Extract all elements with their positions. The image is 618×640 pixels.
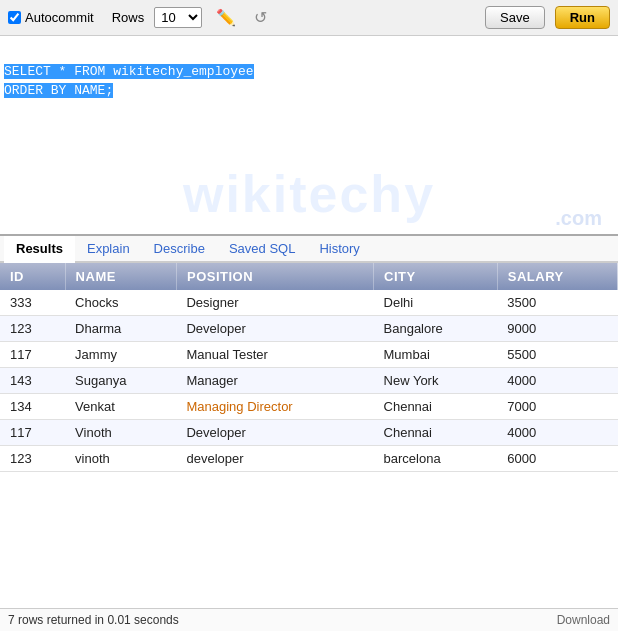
cell-city: New York (374, 368, 498, 394)
cell-salary: 4000 (497, 368, 617, 394)
table-row: 143 Suganya Manager New York 4000 (0, 368, 618, 394)
run-button[interactable]: Run (555, 6, 610, 29)
download-link[interactable]: Download (557, 613, 610, 627)
table-row: 123 vinoth developer barcelona 6000 (0, 446, 618, 472)
cell-id: 123 (0, 316, 65, 342)
table-body: 333 Chocks Designer Delhi 3500 123 Dharm… (0, 290, 618, 472)
cell-id: 117 (0, 342, 65, 368)
cell-position: Designer (176, 290, 373, 316)
cell-name: Venkat (65, 394, 176, 420)
cell-id: 123 (0, 446, 65, 472)
sql-line2: ORDER BY NAME; (4, 83, 113, 98)
table-row: 117 Vinoth Developer Chennai 4000 (0, 420, 618, 446)
table-row: 333 Chocks Designer Delhi 3500 (0, 290, 618, 316)
cell-position: developer (176, 446, 373, 472)
cell-name: Jammy (65, 342, 176, 368)
cell-position: Developer (176, 316, 373, 342)
cell-name: Dharma (65, 316, 176, 342)
cell-name: vinoth (65, 446, 176, 472)
autocommit-label: Autocommit (25, 10, 94, 25)
cell-name: Suganya (65, 368, 176, 394)
main-content: SELECT * FROM wikitechy_employee ORDER B… (0, 36, 618, 631)
cell-name: Vinoth (65, 420, 176, 446)
rows-label: Rows (112, 10, 145, 25)
col-header-name: NAME (65, 263, 176, 290)
rows-select[interactable]: 10 5 25 50 100 (154, 7, 202, 28)
cell-salary: 3500 (497, 290, 617, 316)
tab-history[interactable]: History (307, 236, 371, 263)
cell-position: Manual Tester (176, 342, 373, 368)
tab-saved-sql[interactable]: Saved SQL (217, 236, 308, 263)
cell-city: Delhi (374, 290, 498, 316)
cell-id: 143 (0, 368, 65, 394)
watermark-sub: .com (555, 207, 602, 230)
cell-city: Chennai (374, 394, 498, 420)
results-table: ID NAME POSITION CITY SALARY 333 Chocks … (0, 263, 618, 472)
col-header-salary: SALARY (497, 263, 617, 290)
cell-salary: 5500 (497, 342, 617, 368)
cell-salary: 4000 (497, 420, 617, 446)
status-bar: 7 rows returned in 0.01 seconds Download (0, 608, 618, 631)
cell-city: Bangalore (374, 316, 498, 342)
cell-position: Manager (176, 368, 373, 394)
cell-id: 134 (0, 394, 65, 420)
clear-icon-button[interactable]: ✏️ (212, 6, 240, 29)
col-header-position: POSITION (176, 263, 373, 290)
cell-city: Chennai (374, 420, 498, 446)
table-header-row: ID NAME POSITION CITY SALARY (0, 263, 618, 290)
cell-id: 333 (0, 290, 65, 316)
results-area: ID NAME POSITION CITY SALARY 333 Chocks … (0, 263, 618, 608)
cell-salary: 9000 (497, 316, 617, 342)
table-row: 123 Dharma Developer Bangalore 9000 (0, 316, 618, 342)
autocommit-checkbox[interactable] (8, 11, 21, 24)
table-row: 117 Jammy Manual Tester Mumbai 5500 (0, 342, 618, 368)
watermark: wikitechy (183, 164, 435, 224)
tabs-bar: Results Explain Describe Saved SQL Histo… (0, 236, 618, 263)
table-row: 134 Venkat Managing Director Chennai 700… (0, 394, 618, 420)
cell-city: Mumbai (374, 342, 498, 368)
tab-describe[interactable]: Describe (142, 236, 217, 263)
cell-position: Managing Director (176, 394, 373, 420)
autocommit-area: Autocommit (8, 10, 94, 25)
cell-city: barcelona (374, 446, 498, 472)
cell-name: Chocks (65, 290, 176, 316)
col-header-id: ID (0, 263, 65, 290)
cell-salary: 7000 (497, 394, 617, 420)
status-message: 7 rows returned in 0.01 seconds (8, 613, 179, 627)
cell-position: Developer (176, 420, 373, 446)
col-header-city: CITY (374, 263, 498, 290)
sql-line1: SELECT * FROM wikitechy_employee (4, 64, 254, 79)
editor-area[interactable]: SELECT * FROM wikitechy_employee ORDER B… (0, 36, 618, 236)
sql-text: SELECT * FROM wikitechy_employee ORDER B… (4, 42, 614, 101)
cell-salary: 6000 (497, 446, 617, 472)
toolbar: Autocommit Rows 10 5 25 50 100 ✏️ ↺ Save… (0, 0, 618, 36)
reset-icon-button[interactable]: ↺ (250, 6, 271, 29)
save-button[interactable]: Save (485, 6, 545, 29)
tab-results[interactable]: Results (4, 236, 75, 263)
cell-id: 117 (0, 420, 65, 446)
tab-explain[interactable]: Explain (75, 236, 142, 263)
